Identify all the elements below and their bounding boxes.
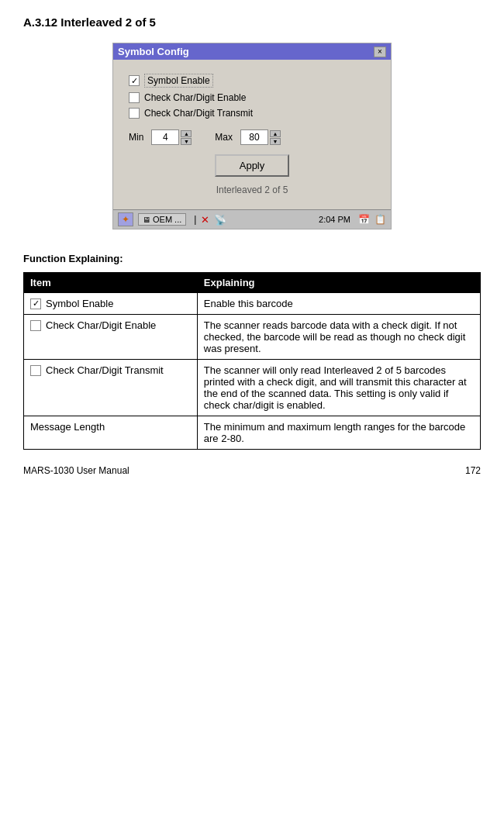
col2-header: Explaining [197, 273, 480, 293]
table-row: Check Char/Digit Transmit The scanner wi… [24, 360, 481, 416]
dialog-title: Symbol Config [118, 46, 189, 57]
td-checkbox-row-3: Check Char/Digit Transmit [30, 364, 191, 376]
col1-header: Item [24, 273, 198, 293]
min-input[interactable] [151, 129, 179, 145]
barcode-name: Interleaved 2 of 5 [129, 185, 375, 195]
table-row: Symbol Enable Enable this barcode [24, 293, 481, 315]
dialog-titlebar: Symbol Config × [113, 43, 391, 60]
dialog-close-button[interactable]: × [374, 47, 386, 57]
device-frame: Symbol Config × Symbol Enable Check Char… [112, 43, 392, 229]
max-label: Max [215, 132, 233, 143]
td-checkbox-1 [30, 298, 41, 309]
min-spinner-buttons: ▲ ▼ [181, 130, 192, 145]
check-digit-enable-checkbox[interactable] [129, 92, 140, 103]
table-row: Check Char/Digit Enable The scanner read… [24, 315, 481, 360]
table-cell-item: Check Char/Digit Enable [24, 315, 198, 360]
oem-icon: 🖥 [143, 216, 150, 224]
td-item-label-3: Check Char/Digit Transmit [46, 364, 164, 376]
checkbox-row-check-digit-transmit: Check Char/Digit Transmit [129, 108, 375, 119]
footer-left: MARS-1030 User Manual [23, 465, 129, 476]
table-row: Message Length The minimum and maximum l… [24, 416, 481, 450]
oem-taskbar-item[interactable]: 🖥 OEM ... [138, 213, 186, 226]
minmax-row: Min ▲ ▼ Max ▲ ▼ [129, 129, 375, 145]
td-checkbox-3 [30, 365, 41, 376]
start-button[interactable]: ✦ [118, 212, 133, 226]
max-spinner: ▲ ▼ [240, 129, 281, 145]
max-down-button[interactable]: ▼ [270, 138, 281, 145]
check-digit-transmit-checkbox[interactable] [129, 108, 140, 119]
calendar-icon: 📅 [358, 214, 370, 225]
function-title: Function Explaining: [23, 253, 481, 264]
table-cell-explaining-2: The scanner reads barcode data with a ch… [197, 315, 480, 360]
table-cell-item: Symbol Enable [24, 293, 198, 315]
checkbox-group: Symbol Enable Check Char/Digit Enable Ch… [129, 74, 375, 119]
min-up-button[interactable]: ▲ [181, 130, 192, 137]
td-item-label-1: Symbol Enable [46, 298, 113, 309]
symbol-enable-checkbox[interactable] [129, 75, 140, 86]
max-up-button[interactable]: ▲ [270, 130, 281, 137]
max-spinner-buttons: ▲ ▼ [270, 130, 281, 145]
page-heading: A.3.12 Interleaved 2 of 5 [23, 16, 481, 29]
dialog-body: Symbol Enable Check Char/Digit Enable Ch… [113, 60, 391, 209]
taskbar-time: 2:04 PM [319, 215, 350, 224]
taskbar: ✦ 🖥 OEM ... | ✕ 📡 2:04 PM 📅 📋 [113, 209, 391, 229]
min-spinner: ▲ ▼ [151, 129, 192, 145]
apply-row: Apply [129, 154, 375, 177]
check-digit-enable-label: Check Char/Digit Enable [144, 92, 246, 103]
footer: MARS-1030 User Manual 172 [23, 465, 481, 476]
table-cell-item-4: Message Length [24, 416, 198, 450]
checkbox-row-symbol-enable: Symbol Enable [129, 74, 375, 88]
symbol-enable-label: Symbol Enable [144, 74, 213, 88]
copy-icon: 📋 [375, 214, 386, 225]
footer-right: 172 [465, 465, 481, 476]
divider-icon: | [194, 214, 196, 225]
td-checkbox-2 [30, 320, 41, 331]
table-cell-explaining-4: The minimum and maximum length ranges fo… [197, 416, 480, 450]
checkbox-row-check-digit-enable: Check Char/Digit Enable [129, 92, 375, 103]
antenna-icon: 📡 [214, 214, 226, 226]
function-section: Function Explaining: Item Explaining Sym… [23, 253, 481, 450]
table-cell-explaining-3: The scanner will only read Interleaved 2… [197, 360, 480, 416]
oem-label: OEM ... [153, 215, 181, 224]
td-item-label-2: Check Char/Digit Enable [46, 319, 156, 331]
explain-table: Item Explaining Symbol Enable Enable thi… [23, 272, 481, 450]
apply-button[interactable]: Apply [215, 154, 290, 177]
min-down-button[interactable]: ▼ [181, 138, 192, 145]
table-cell-item: Check Char/Digit Transmit [24, 360, 198, 416]
signal-icon: ✕ [201, 214, 209, 226]
min-label: Min [129, 132, 143, 143]
check-digit-transmit-label: Check Char/Digit Transmit [144, 108, 253, 119]
td-checkbox-row-2: Check Char/Digit Enable [30, 319, 191, 331]
max-input[interactable] [240, 129, 268, 145]
table-cell-explaining-1: Enable this barcode [197, 293, 480, 315]
td-checkbox-row-1: Symbol Enable [30, 298, 191, 309]
